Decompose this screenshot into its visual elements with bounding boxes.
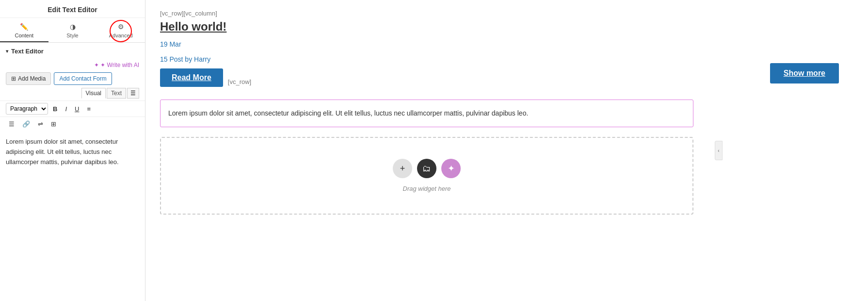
section-label: Text Editor: [11, 48, 44, 55]
lorem-text-block: Lorem ipsum dolor sit amet, consectetur …: [160, 100, 693, 127]
tab-advanced-label: Advanced: [109, 33, 133, 38]
editor-body-text: Lorem ipsum dolor sit amet, consectetur …: [6, 138, 119, 166]
list-button[interactable]: ☰: [6, 119, 17, 129]
show-more-label: Show more: [784, 69, 825, 77]
show-more-container: Show more: [770, 63, 839, 84]
sidebar-tabs: ✏️ Content ◑ Style ⚙ Advanced: [0, 18, 145, 43]
shuffle-button[interactable]: ⇌: [35, 119, 46, 129]
write-ai-label: ✦ Write with AI: [100, 62, 139, 68]
half-circle-icon: ◑: [70, 23, 76, 31]
post-date: 19 Mar: [160, 38, 853, 50]
text-tab-label: Text: [111, 90, 122, 97]
visual-view-tab[interactable]: Visual: [81, 88, 106, 99]
tab-content[interactable]: ✏️ Content: [0, 18, 48, 42]
lorem-text: Lorem ipsum dolor sit amet, consectetur …: [168, 109, 528, 117]
format-toolbar-row2: ☰ 🔗 ⇌ ⊞: [0, 117, 145, 131]
folder-widget-button[interactable]: 🗂: [417, 159, 436, 178]
kitchen-sink-icon: ☰: [130, 90, 136, 97]
add-contact-form-label: Add Contact Form: [59, 75, 106, 82]
table-button[interactable]: ⊞: [48, 119, 59, 129]
post-title: Hello world!: [160, 20, 853, 33]
add-media-icon: ⊞: [11, 75, 16, 82]
view-tabs-toolbar: Visual Text ☰: [0, 87, 145, 100]
gear-icon: ⚙: [118, 23, 124, 31]
format-toolbar-row1: Paragraph B I U ≡: [0, 100, 145, 117]
read-more-label: Read More: [172, 73, 211, 82]
paragraph-select[interactable]: Paragraph: [6, 103, 48, 115]
drag-widget-icons: + 🗂 ✦: [393, 159, 461, 178]
add-media-button[interactable]: ⊞ Add Media: [6, 72, 51, 85]
magic-widget-button[interactable]: ✦: [441, 159, 461, 178]
editor-text-area[interactable]: Lorem ipsum dolor sit amet, consectetur …: [0, 131, 145, 189]
add-media-label: Add Media: [18, 75, 46, 82]
folder-icon: 🗂: [422, 164, 431, 174]
magic-icon: ✦: [448, 163, 455, 174]
text-view-tab[interactable]: Text: [107, 88, 126, 99]
text-editor-section-header[interactable]: ▾ Text Editor: [0, 43, 145, 60]
tab-content-label: Content: [15, 33, 34, 38]
media-toolbar: ⊞ Add Media Add Contact Form: [0, 70, 145, 87]
write-ai-icon: ✦: [94, 62, 99, 68]
tab-style[interactable]: ◑ Style: [48, 18, 97, 42]
tab-advanced[interactable]: ⚙ Advanced: [96, 18, 145, 42]
write-with-ai-button[interactable]: ✦ ✦ Write with AI: [0, 60, 145, 70]
pencil-icon: ✏️: [20, 23, 28, 31]
italic-button[interactable]: I: [62, 104, 70, 114]
kitchen-sink-button[interactable]: ☰: [127, 88, 139, 99]
drag-widget-label: Drag widget here: [403, 185, 451, 192]
align-button[interactable]: ≡: [84, 104, 94, 114]
drag-widget-area[interactable]: + 🗂 ✦ Drag widget here: [160, 137, 693, 215]
shortcode-suffix: [vc_row]: [228, 78, 251, 85]
read-more-button[interactable]: Read More: [160, 68, 223, 87]
post-meta: 15 Post by Harry: [160, 53, 853, 66]
sidebar-content: ▾ Text Editor ✦ ✦ Write with AI ⊞ Add Me…: [0, 43, 145, 301]
plus-icon: +: [400, 164, 405, 174]
link-button[interactable]: 🔗: [19, 119, 33, 129]
bold-button[interactable]: B: [50, 104, 60, 114]
vc-shortcode-label: [vc_row][vc_column]: [160, 10, 853, 17]
underline-button[interactable]: U: [72, 104, 82, 114]
tab-style-label: Style: [66, 33, 78, 38]
add-contact-form-button[interactable]: Add Contact Form: [54, 72, 112, 85]
panel-title: Edit Text Editor: [0, 0, 145, 18]
show-more-button[interactable]: Show more: [770, 63, 839, 84]
collapse-panel-button[interactable]: ‹: [715, 141, 723, 160]
section-arrow-icon: ▾: [6, 49, 8, 54]
add-widget-button[interactable]: +: [393, 159, 412, 178]
main-content-area: [vc_row][vc_column] Hello world! 19 Mar …: [145, 0, 868, 301]
chevron-left-icon: ‹: [718, 148, 719, 153]
visual-tab-label: Visual: [86, 90, 101, 97]
